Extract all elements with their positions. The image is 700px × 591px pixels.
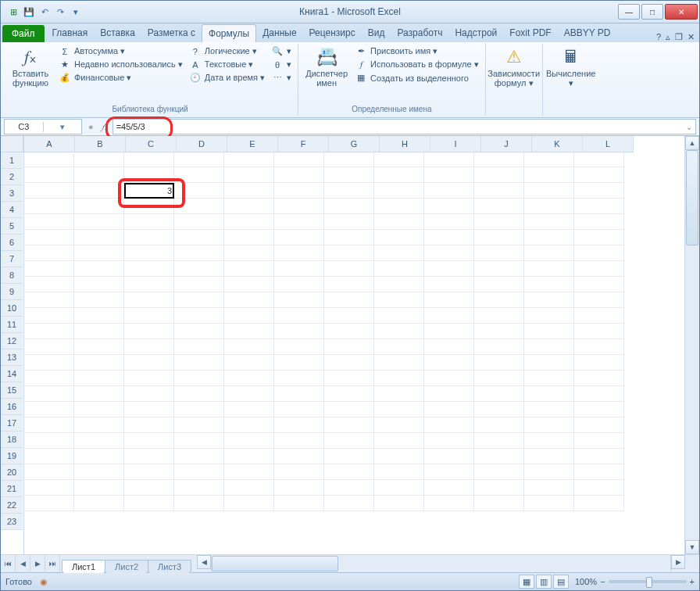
cell[interactable]: 3 — [124, 183, 174, 199]
cell[interactable] — [174, 292, 224, 308]
cell[interactable] — [574, 183, 624, 199]
cell[interactable] — [224, 402, 274, 417]
ribbon-button[interactable]: ✒Присвоить имя ▾ — [353, 45, 480, 57]
ribbon-button[interactable]: 💰Финансовые ▾ — [57, 72, 184, 84]
help-icon[interactable]: ? — [656, 32, 661, 42]
cell[interactable] — [374, 386, 424, 402]
cell[interactable] — [174, 449, 224, 464]
cell[interactable] — [224, 355, 274, 371]
cell[interactable] — [224, 152, 274, 167]
column-header[interactable]: J — [481, 136, 532, 152]
cell[interactable] — [174, 496, 224, 511]
cell[interactable] — [324, 245, 374, 261]
cell[interactable] — [324, 417, 374, 433]
cell[interactable] — [274, 167, 324, 183]
cell[interactable] — [524, 339, 574, 355]
cell[interactable] — [524, 433, 574, 449]
zoom-slider[interactable] — [609, 580, 687, 583]
cell[interactable] — [174, 199, 224, 214]
horizontal-scrollbar[interactable]: ◀ ▶ — [197, 555, 685, 572]
row-header[interactable]: 15 — [1, 382, 23, 399]
row-header[interactable]: 1 — [1, 152, 23, 169]
column-header[interactable]: E — [227, 136, 278, 152]
column-header[interactable]: L — [583, 136, 634, 152]
cell[interactable] — [224, 183, 274, 199]
cell[interactable] — [124, 339, 174, 355]
cell[interactable] — [124, 496, 174, 511]
cell[interactable] — [274, 433, 324, 449]
cell[interactable] — [424, 308, 474, 324]
cell[interactable] — [374, 324, 424, 339]
cell[interactable] — [474, 152, 524, 167]
cell[interactable] — [574, 449, 624, 464]
cell[interactable] — [274, 464, 324, 480]
cell[interactable] — [74, 339, 124, 355]
cell[interactable] — [174, 417, 224, 433]
scroll-right-icon[interactable]: ▶ — [671, 555, 685, 569]
scroll-down-icon[interactable]: ▼ — [685, 540, 699, 554]
cell[interactable] — [274, 371, 324, 386]
cell[interactable] — [374, 464, 424, 480]
cell[interactable] — [224, 371, 274, 386]
cell[interactable] — [374, 339, 424, 355]
cell[interactable] — [574, 261, 624, 277]
cell[interactable] — [574, 292, 624, 308]
cell[interactable] — [524, 261, 574, 277]
cell[interactable] — [74, 199, 124, 214]
cell[interactable] — [174, 324, 224, 339]
cell[interactable] — [574, 480, 624, 496]
cell[interactable] — [474, 339, 524, 355]
cell[interactable] — [474, 449, 524, 464]
cell[interactable] — [574, 433, 624, 449]
sheet-tab[interactable]: Лист1 — [62, 560, 105, 573]
cell[interactable] — [374, 308, 424, 324]
minimize-ribbon-icon[interactable]: ▵ — [666, 32, 670, 42]
cell[interactable] — [224, 324, 274, 339]
cell[interactable] — [274, 355, 324, 371]
cell[interactable] — [224, 464, 274, 480]
cell[interactable] — [274, 199, 324, 214]
cell[interactable] — [324, 214, 374, 230]
cell[interactable] — [374, 245, 424, 261]
cell[interactable] — [174, 277, 224, 292]
cell[interactable] — [474, 292, 524, 308]
cell[interactable] — [274, 261, 324, 277]
cell[interactable] — [24, 152, 74, 167]
cell[interactable] — [24, 292, 74, 308]
cell[interactable] — [424, 480, 474, 496]
cell[interactable] — [424, 433, 474, 449]
formula-auditing-button[interactable]: ⚠ Зависимости формул ▾ — [491, 45, 538, 90]
cell[interactable] — [574, 199, 624, 214]
cell[interactable] — [124, 464, 174, 480]
cell[interactable] — [74, 402, 124, 417]
row-header[interactable]: 8 — [1, 267, 23, 284]
cell[interactable] — [274, 339, 324, 355]
cell[interactable] — [174, 386, 224, 402]
cell[interactable] — [474, 199, 524, 214]
ribbon-button[interactable]: 𝑓Использовать в формуле ▾ — [353, 59, 480, 70]
cell[interactable] — [174, 371, 224, 386]
cell[interactable] — [524, 183, 574, 199]
row-header[interactable]: 7 — [1, 251, 23, 267]
cell[interactable] — [324, 496, 374, 511]
ribbon-button[interactable]: ?Логические ▾ — [188, 45, 266, 57]
select-all-corner[interactable] — [1, 136, 23, 152]
cell[interactable] — [374, 261, 424, 277]
row-header[interactable]: 20 — [1, 464, 23, 481]
cell[interactable] — [224, 199, 274, 214]
cell[interactable] — [74, 183, 124, 199]
cell[interactable] — [524, 355, 574, 371]
cell[interactable] — [124, 152, 174, 167]
cell[interactable] — [424, 167, 474, 183]
cell[interactable] — [174, 339, 224, 355]
cell[interactable] — [324, 339, 374, 355]
cell[interactable] — [24, 277, 74, 292]
ribbon-tab[interactable]: Рецензирс — [303, 24, 362, 42]
cell[interactable] — [274, 496, 324, 511]
cell[interactable] — [24, 355, 74, 371]
file-tab[interactable]: Файл — [2, 25, 45, 42]
cell[interactable] — [424, 339, 474, 355]
cell[interactable] — [224, 496, 274, 511]
cell[interactable] — [324, 308, 374, 324]
sheet-nav-button[interactable]: ◀ — [16, 555, 30, 572]
